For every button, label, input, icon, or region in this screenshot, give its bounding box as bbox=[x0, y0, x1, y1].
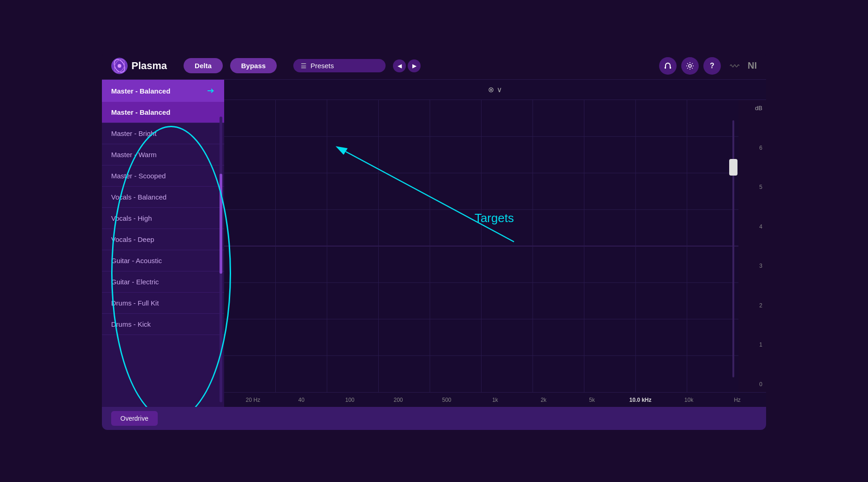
settings-button[interactable] bbox=[681, 57, 699, 75]
preset-item-label: Guitar - Acoustic bbox=[111, 257, 162, 265]
freq-label-500: 500 bbox=[422, 397, 471, 403]
presets-area[interactable]: ☰ Presets bbox=[293, 59, 386, 72]
list-item[interactable]: Vocals - Deep bbox=[102, 229, 224, 250]
db-value-3: 3 bbox=[742, 263, 762, 269]
plasma-logo-icon bbox=[111, 58, 128, 74]
delta-button[interactable]: Delta bbox=[184, 58, 223, 73]
preset-active-header[interactable]: Master - Balanced bbox=[102, 80, 224, 102]
preset-item-label: Guitar - Electric bbox=[111, 278, 159, 286]
list-item[interactable]: Master - Balanced bbox=[102, 102, 224, 123]
bottom-bar: Overdrive bbox=[102, 407, 766, 430]
db-value-4: 4 bbox=[742, 223, 762, 230]
headphone-icon bbox=[664, 62, 672, 70]
list-item[interactable]: Vocals - Balanced bbox=[102, 187, 224, 208]
preset-item-label: Vocals - Balanced bbox=[111, 193, 166, 201]
freq-label-40: 40 bbox=[277, 397, 326, 403]
bypass-button[interactable]: Bypass bbox=[230, 58, 277, 73]
list-item[interactable]: Vocals - High bbox=[102, 208, 224, 229]
preset-item-label: Drums - Full Kit bbox=[111, 299, 159, 307]
preset-item-label: Master - Warm bbox=[111, 151, 157, 159]
eq-grid-container: Targets dB 6 5 4 3 2 1 0 bbox=[224, 100, 766, 392]
help-button[interactable]: ? bbox=[703, 57, 721, 75]
arrow-annotation-icon bbox=[206, 86, 215, 95]
freq-label-20hz: 20 Hz bbox=[229, 397, 277, 403]
presets-icon: ☰ bbox=[301, 62, 307, 70]
channel-dropdown-arrow: ∨ bbox=[497, 85, 502, 94]
db-value-0: 0 bbox=[742, 381, 762, 388]
presets-label: Presets bbox=[310, 62, 334, 70]
freq-label-5k: 5k bbox=[568, 397, 616, 403]
eq-area: ⊗ ∨ bbox=[224, 80, 766, 407]
vertical-slider[interactable] bbox=[728, 120, 738, 377]
freq-label-1k: 1k bbox=[471, 397, 519, 403]
waveform-icon bbox=[729, 62, 739, 70]
db-value-2: 2 bbox=[742, 302, 762, 309]
main-content: Master - Balanced Master - Balanced Mast… bbox=[102, 80, 766, 407]
app-title: Plasma bbox=[131, 60, 167, 72]
list-item[interactable]: Master - Warm bbox=[102, 144, 224, 165]
list-item[interactable]: Master - Bright bbox=[102, 123, 224, 144]
list-item[interactable]: Drums - Kick bbox=[102, 314, 224, 335]
eq-top-bar: ⊗ ∨ bbox=[224, 80, 766, 100]
waveform-button[interactable] bbox=[725, 57, 743, 75]
preset-item-label: Vocals - High bbox=[111, 214, 152, 222]
list-item[interactable]: Guitar - Acoustic bbox=[102, 250, 224, 271]
list-item[interactable]: Master - Scooped bbox=[102, 165, 224, 187]
svg-rect-4 bbox=[665, 67, 666, 69]
db-unit-label: dB bbox=[742, 105, 762, 112]
db-value-5: 5 bbox=[742, 184, 762, 190]
freq-label-10khz: 10.0 kHz bbox=[616, 397, 665, 403]
svg-point-3 bbox=[118, 64, 121, 68]
freq-label-10k: 10k bbox=[665, 397, 713, 403]
preset-item-label: Master - Balanced bbox=[111, 108, 170, 116]
scrollbar-thumb[interactable] bbox=[220, 174, 222, 274]
freq-label-200: 200 bbox=[374, 397, 422, 403]
next-preset-button[interactable]: ▶ bbox=[408, 59, 421, 72]
frequency-labels: 20 Hz 40 100 200 500 1k 2k 5k 10.0 kHz 1… bbox=[224, 392, 766, 407]
prev-preset-button[interactable]: ◀ bbox=[393, 59, 406, 72]
freq-label-100: 100 bbox=[326, 397, 374, 403]
question-mark-icon: ? bbox=[710, 62, 714, 70]
preset-item-label: Master - Bright bbox=[111, 129, 156, 137]
preset-nav-arrows: ◀ ▶ bbox=[393, 59, 421, 72]
svg-point-6 bbox=[689, 65, 691, 67]
preset-item-label: Vocals - Deep bbox=[111, 235, 154, 243]
vertical-slider-thumb[interactable] bbox=[729, 159, 737, 176]
header-right: ? NI bbox=[659, 57, 757, 75]
header: Plasma Delta Bypass ☰ Presets ◀ ▶ bbox=[102, 52, 766, 80]
logo-area: Plasma bbox=[111, 58, 167, 74]
list-item[interactable]: Drums - Full Kit bbox=[102, 293, 224, 314]
eq-grid-svg bbox=[224, 100, 738, 392]
db-labels: dB 6 5 4 3 2 1 0 bbox=[738, 100, 766, 392]
db-value-1: 1 bbox=[742, 341, 762, 348]
preset-item-label: Drums - Kick bbox=[111, 320, 151, 328]
vertical-slider-track bbox=[732, 120, 734, 377]
preset-active-header-label: Master - Balanced bbox=[111, 87, 170, 95]
app-container: Plasma Delta Bypass ☰ Presets ◀ ▶ bbox=[102, 52, 766, 430]
preset-dropdown: Master - Balanced Master - Balanced Mast… bbox=[102, 80, 224, 407]
channel-selector[interactable]: ⊗ ∨ bbox=[488, 85, 502, 94]
eq-grid: Targets bbox=[224, 100, 738, 392]
db-value-6: 6 bbox=[742, 145, 762, 151]
scrollbar-track bbox=[220, 117, 222, 402]
ni-logo: NI bbox=[748, 60, 757, 71]
freq-label-2k: 2k bbox=[519, 397, 568, 403]
headphone-button[interactable] bbox=[659, 57, 677, 75]
freq-label-hz: Hz bbox=[713, 397, 761, 403]
preset-item-label: Master - Scooped bbox=[111, 172, 166, 180]
channel-symbol: ⊗ bbox=[488, 85, 494, 94]
overdrive-button[interactable]: Overdrive bbox=[111, 411, 158, 426]
list-item[interactable]: Guitar - Electric bbox=[102, 271, 224, 293]
svg-rect-5 bbox=[670, 67, 671, 69]
gear-icon bbox=[686, 62, 694, 70]
